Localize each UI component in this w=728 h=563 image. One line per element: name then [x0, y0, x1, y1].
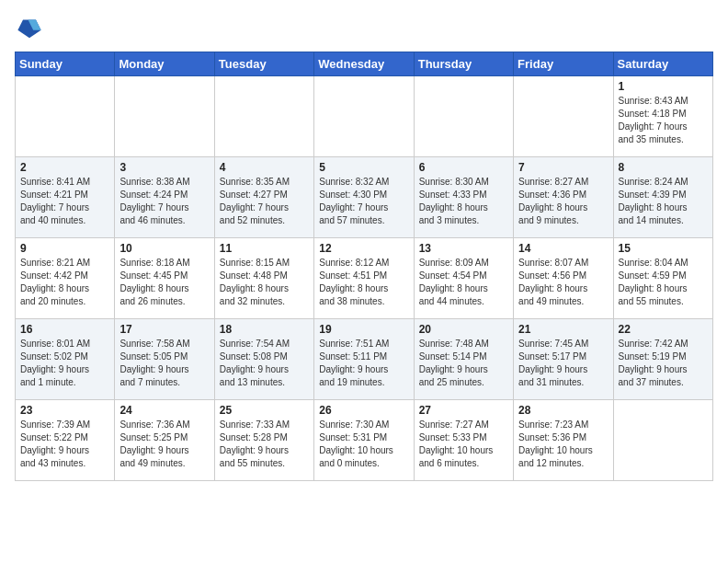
day-info: Sunrise: 8:43 AM Sunset: 4:18 PM Dayligh… [619, 95, 708, 146]
day-number: 19 [319, 323, 408, 336]
day-number: 23 [20, 404, 109, 417]
day-info: Sunrise: 8:04 AM Sunset: 4:59 PM Dayligh… [619, 257, 708, 308]
column-header-friday: Friday [514, 52, 613, 76]
calendar-cell: 14Sunrise: 8:07 AM Sunset: 4:56 PM Dayli… [514, 238, 613, 319]
day-info: Sunrise: 7:30 AM Sunset: 5:31 PM Dayligh… [319, 419, 408, 470]
day-info: Sunrise: 8:09 AM Sunset: 4:54 PM Dayligh… [419, 257, 508, 308]
calendar-cell: 18Sunrise: 7:54 AM Sunset: 5:08 PM Dayli… [214, 319, 313, 400]
day-info: Sunrise: 7:39 AM Sunset: 5:22 PM Dayligh… [20, 419, 109, 470]
calendar-week-5: 23Sunrise: 7:39 AM Sunset: 5:22 PM Dayli… [16, 400, 713, 481]
calendar-cell: 3Sunrise: 8:38 AM Sunset: 4:24 PM Daylig… [115, 157, 214, 238]
day-number: 26 [319, 404, 408, 417]
page-header [15, 15, 713, 44]
calendar-cell: 13Sunrise: 8:09 AM Sunset: 4:54 PM Dayli… [414, 238, 513, 319]
day-info: Sunrise: 7:54 AM Sunset: 5:08 PM Dayligh… [220, 338, 309, 389]
day-number: 4 [220, 161, 309, 174]
day-info: Sunrise: 8:18 AM Sunset: 4:45 PM Dayligh… [119, 257, 209, 308]
calendar-week-3: 9Sunrise: 8:21 AM Sunset: 4:42 PM Daylig… [16, 238, 713, 319]
calendar-cell: 25Sunrise: 7:33 AM Sunset: 5:28 PM Dayli… [214, 400, 313, 481]
calendar-cell: 23Sunrise: 7:39 AM Sunset: 5:22 PM Dayli… [16, 400, 115, 481]
column-header-tuesday: Tuesday [214, 52, 313, 76]
day-info: Sunrise: 7:33 AM Sunset: 5:28 PM Dayligh… [220, 419, 309, 470]
calendar-cell: 7Sunrise: 8:27 AM Sunset: 4:36 PM Daylig… [514, 157, 613, 238]
calendar-cell: 28Sunrise: 7:23 AM Sunset: 5:36 PM Dayli… [514, 400, 613, 481]
day-number: 12 [319, 242, 408, 255]
day-number: 24 [119, 404, 209, 417]
calendar-week-1: 1Sunrise: 8:43 AM Sunset: 4:18 PM Daylig… [16, 76, 713, 157]
day-info: Sunrise: 8:27 AM Sunset: 4:36 PM Dayligh… [518, 176, 608, 227]
calendar-cell: 24Sunrise: 7:36 AM Sunset: 5:25 PM Dayli… [115, 400, 214, 481]
calendar-cell [16, 76, 115, 157]
calendar-cell [314, 76, 414, 157]
column-header-monday: Monday [115, 52, 214, 76]
calendar-cell: 16Sunrise: 8:01 AM Sunset: 5:02 PM Dayli… [16, 319, 115, 400]
calendar-cell: 2Sunrise: 8:41 AM Sunset: 4:21 PM Daylig… [16, 157, 115, 238]
calendar-week-2: 2Sunrise: 8:41 AM Sunset: 4:21 PM Daylig… [16, 157, 713, 238]
day-number: 6 [419, 161, 508, 174]
day-info: Sunrise: 7:42 AM Sunset: 5:19 PM Dayligh… [619, 338, 708, 389]
day-info: Sunrise: 7:51 AM Sunset: 5:11 PM Dayligh… [319, 338, 408, 389]
day-info: Sunrise: 8:15 AM Sunset: 4:48 PM Dayligh… [220, 257, 309, 308]
day-info: Sunrise: 8:07 AM Sunset: 4:56 PM Dayligh… [518, 257, 608, 308]
day-info: Sunrise: 8:12 AM Sunset: 4:51 PM Dayligh… [319, 257, 408, 308]
column-header-wednesday: Wednesday [314, 52, 414, 76]
calendar-cell: 21Sunrise: 7:45 AM Sunset: 5:17 PM Dayli… [514, 319, 613, 400]
day-number: 18 [220, 323, 309, 336]
calendar-cell: 15Sunrise: 8:04 AM Sunset: 4:59 PM Dayli… [613, 238, 712, 319]
day-info: Sunrise: 8:35 AM Sunset: 4:27 PM Dayligh… [220, 176, 309, 227]
logo-icon [17, 15, 42, 40]
calendar-cell: 8Sunrise: 8:24 AM Sunset: 4:39 PM Daylig… [613, 157, 712, 238]
day-number: 27 [419, 404, 508, 417]
calendar-week-4: 16Sunrise: 8:01 AM Sunset: 5:02 PM Dayli… [16, 319, 713, 400]
column-header-thursday: Thursday [414, 52, 513, 76]
calendar-cell: 26Sunrise: 7:30 AM Sunset: 5:31 PM Dayli… [314, 400, 414, 481]
day-info: Sunrise: 7:36 AM Sunset: 5:25 PM Dayligh… [119, 419, 209, 470]
day-number: 17 [119, 323, 209, 336]
day-number: 5 [319, 161, 408, 174]
logo [15, 15, 42, 44]
calendar-cell: 20Sunrise: 7:48 AM Sunset: 5:14 PM Dayli… [414, 319, 513, 400]
calendar-cell [613, 400, 712, 481]
day-number: 25 [220, 404, 309, 417]
day-number: 22 [619, 323, 708, 336]
column-header-saturday: Saturday [613, 52, 712, 76]
calendar-cell: 17Sunrise: 7:58 AM Sunset: 5:05 PM Dayli… [115, 319, 214, 400]
day-info: Sunrise: 7:58 AM Sunset: 5:05 PM Dayligh… [119, 338, 209, 389]
calendar-cell: 27Sunrise: 7:27 AM Sunset: 5:33 PM Dayli… [414, 400, 513, 481]
calendar-cell: 1Sunrise: 8:43 AM Sunset: 4:18 PM Daylig… [613, 76, 712, 157]
calendar-cell [214, 76, 313, 157]
day-number: 15 [619, 242, 708, 255]
day-info: Sunrise: 8:38 AM Sunset: 4:24 PM Dayligh… [119, 176, 209, 227]
calendar-cell: 6Sunrise: 8:30 AM Sunset: 4:33 PM Daylig… [414, 157, 513, 238]
day-number: 7 [518, 161, 608, 174]
calendar-cell [514, 76, 613, 157]
day-number: 13 [419, 242, 508, 255]
day-number: 1 [619, 80, 708, 93]
calendar-cell: 12Sunrise: 8:12 AM Sunset: 4:51 PM Dayli… [314, 238, 414, 319]
day-number: 21 [518, 323, 608, 336]
day-number: 20 [419, 323, 508, 336]
day-number: 3 [119, 161, 209, 174]
day-number: 28 [518, 404, 608, 417]
column-header-sunday: Sunday [16, 52, 115, 76]
day-info: Sunrise: 7:45 AM Sunset: 5:17 PM Dayligh… [518, 338, 608, 389]
calendar-cell: 11Sunrise: 8:15 AM Sunset: 4:48 PM Dayli… [214, 238, 313, 319]
day-info: Sunrise: 7:27 AM Sunset: 5:33 PM Dayligh… [419, 419, 508, 470]
day-info: Sunrise: 8:30 AM Sunset: 4:33 PM Dayligh… [419, 176, 508, 227]
day-number: 9 [20, 242, 109, 255]
day-info: Sunrise: 8:21 AM Sunset: 4:42 PM Dayligh… [20, 257, 109, 308]
calendar-cell: 10Sunrise: 8:18 AM Sunset: 4:45 PM Dayli… [115, 238, 214, 319]
calendar-cell: 19Sunrise: 7:51 AM Sunset: 5:11 PM Dayli… [314, 319, 414, 400]
calendar-cell: 9Sunrise: 8:21 AM Sunset: 4:42 PM Daylig… [16, 238, 115, 319]
calendar-header-row: SundayMondayTuesdayWednesdayThursdayFrid… [16, 52, 713, 76]
day-number: 14 [518, 242, 608, 255]
calendar-cell: 5Sunrise: 8:32 AM Sunset: 4:30 PM Daylig… [314, 157, 414, 238]
day-info: Sunrise: 8:01 AM Sunset: 5:02 PM Dayligh… [20, 338, 109, 389]
day-info: Sunrise: 8:41 AM Sunset: 4:21 PM Dayligh… [20, 176, 109, 227]
day-number: 16 [20, 323, 109, 336]
calendar-cell [414, 76, 513, 157]
day-number: 8 [619, 161, 708, 174]
day-number: 10 [119, 242, 209, 255]
day-info: Sunrise: 7:23 AM Sunset: 5:36 PM Dayligh… [518, 419, 608, 470]
calendar-cell [115, 76, 214, 157]
